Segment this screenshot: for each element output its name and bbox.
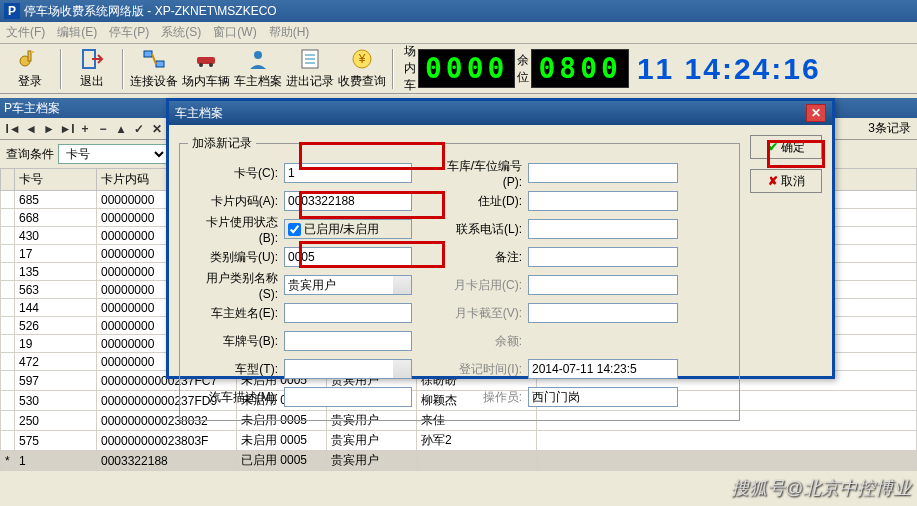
menu-file[interactable]: 文件(F)	[6, 24, 45, 41]
toolbar: 登录 退出 连接设备 场内车辆 车主档案 进出记录 ¥收费查询 场内车 0000…	[0, 44, 917, 94]
label-card: 卡号(C):	[188, 165, 284, 182]
label-phone: 联系电话(L):	[428, 221, 528, 238]
owner-icon	[246, 47, 270, 71]
status-chk-label: 已启用/未启用	[304, 221, 379, 238]
table-row[interactable]: *10003322188已启用 0005贵宾用户	[1, 451, 917, 471]
label-balance: 余额:	[428, 333, 528, 350]
label-catno: 类别编号(U):	[188, 249, 284, 266]
exit-icon	[80, 47, 104, 71]
monthfee-input	[528, 275, 678, 295]
desc-input[interactable]	[284, 387, 412, 407]
nav-next[interactable]: ►	[40, 122, 58, 136]
dialog-titlebar[interactable]: 车主档案 ✕	[169, 101, 832, 125]
addr-input[interactable]	[528, 191, 678, 211]
svg-rect-4	[144, 51, 152, 57]
nav-edit[interactable]: ▴	[112, 122, 130, 136]
label-type: 车型(T):	[188, 361, 284, 378]
label-catname: 用户类别名称(S):	[188, 270, 284, 301]
garage-input[interactable]	[528, 163, 678, 183]
cancel-button[interactable]: ✘取消	[750, 169, 822, 193]
label-desc: 汽车描述(M):	[188, 389, 284, 406]
svg-text:¥: ¥	[358, 52, 366, 66]
svg-rect-5	[156, 61, 164, 67]
owner-button[interactable]: 车主档案	[232, 47, 284, 90]
subwin-icon: P	[4, 101, 12, 115]
close-icon[interactable]: ✕	[806, 104, 826, 122]
nav-del[interactable]: −	[94, 122, 112, 136]
dialog-title: 车主档案	[175, 105, 223, 122]
svg-point-9	[254, 51, 262, 59]
nav-prev[interactable]: ◄	[22, 122, 40, 136]
inside-count: 0000	[418, 49, 515, 88]
regtime-input	[528, 359, 678, 379]
label-inner: 卡片内码(A):	[188, 193, 284, 210]
svg-point-7	[199, 63, 203, 67]
add-record-fieldset: 加添新记录 卡号(C): 车库/车位编号(P): 卡片内码(A): 住址(D):…	[179, 135, 740, 421]
plate-input[interactable]	[284, 331, 412, 351]
fee-button[interactable]: ¥收费查询	[336, 47, 388, 90]
svg-point-8	[209, 63, 213, 67]
nav-last[interactable]: ►I	[58, 122, 76, 136]
led-panel: 场内车 0000 余位 0800	[402, 43, 629, 94]
nav-add[interactable]: +	[76, 122, 94, 136]
login-button[interactable]: 登录	[4, 47, 56, 90]
x-icon: ✘	[768, 174, 778, 188]
nav-cancel[interactable]: ✕	[148, 122, 166, 136]
remain-count: 0800	[531, 49, 628, 88]
records-count: 3条记录	[868, 120, 911, 137]
check-icon: ✔	[768, 140, 778, 154]
exit-button[interactable]: 退出	[66, 47, 118, 90]
menu-park[interactable]: 停车(P)	[109, 24, 149, 41]
car-icon	[194, 47, 218, 71]
log-icon	[298, 47, 322, 71]
label-garage: 车库/车位编号(P):	[428, 158, 528, 189]
nav-ok[interactable]: ✓	[130, 122, 148, 136]
menu-edit[interactable]: 编辑(E)	[57, 24, 97, 41]
label-monthfee: 月卡启用(C):	[428, 277, 528, 294]
label-addr: 住址(D):	[428, 193, 528, 210]
search-label: 查询条件	[6, 146, 54, 163]
remark-input[interactable]	[528, 247, 678, 267]
catname-select[interactable]: 贵宾用户	[284, 275, 412, 295]
inside-button[interactable]: 场内车辆	[180, 47, 232, 90]
label-regtime: 登记时间(I):	[428, 361, 528, 378]
label-operator: 操作员:	[428, 389, 528, 406]
label-monthto: 月卡截至(V):	[428, 305, 528, 322]
catno-input[interactable]	[284, 247, 412, 267]
status-checkbox[interactable]	[288, 223, 301, 236]
app-icon: P	[4, 3, 20, 19]
type-select[interactable]	[284, 359, 412, 379]
label-owner: 车主姓名(E):	[188, 305, 284, 322]
col-card[interactable]: 卡号	[15, 169, 97, 191]
key-icon	[18, 47, 42, 71]
owner-input[interactable]	[284, 303, 412, 323]
label-plate: 车牌号(B):	[188, 333, 284, 350]
subwin-title: 车主档案	[12, 100, 60, 117]
connect-button[interactable]: 连接设备	[128, 47, 180, 90]
menu-sys[interactable]: 系统(S)	[161, 24, 201, 41]
monthto-input	[528, 303, 678, 323]
menu-help[interactable]: 帮助(H)	[269, 24, 310, 41]
inout-button[interactable]: 进出记录	[284, 47, 336, 90]
app-title: 停车场收费系统网络版 - XP-ZKNET\MSZKECO	[24, 3, 277, 20]
table-row[interactable]: 575000000000023803F未启用 0005贵宾用户孙军2	[1, 431, 917, 451]
search-field-select[interactable]: 卡号	[58, 144, 168, 164]
inner-input[interactable]	[284, 191, 412, 211]
ok-button[interactable]: ✔确定	[750, 135, 822, 159]
nav-first[interactable]: I◄	[4, 122, 22, 136]
fee-icon: ¥	[350, 47, 374, 71]
card-input[interactable]	[284, 163, 412, 183]
connect-icon	[142, 47, 166, 71]
clock: 11 14:24:16	[637, 52, 821, 86]
operator-input	[528, 387, 678, 407]
phone-input[interactable]	[528, 219, 678, 239]
fieldset-legend: 加添新记录	[188, 135, 256, 152]
svg-rect-2	[31, 51, 34, 53]
menu-win[interactable]: 窗口(W)	[213, 24, 256, 41]
owner-dialog: 车主档案 ✕ 加添新记录 卡号(C): 车库/车位编号(P): 卡片内码(A):…	[166, 98, 835, 379]
watermark: 搜狐号@北京中控博业	[731, 476, 911, 500]
label-remark: 备注:	[428, 249, 528, 266]
label-status: 卡片使用状态(B):	[188, 214, 284, 245]
svg-rect-6	[197, 57, 215, 64]
app-titlebar: P 停车场收费系统网络版 - XP-ZKNET\MSZKECO	[0, 0, 917, 22]
